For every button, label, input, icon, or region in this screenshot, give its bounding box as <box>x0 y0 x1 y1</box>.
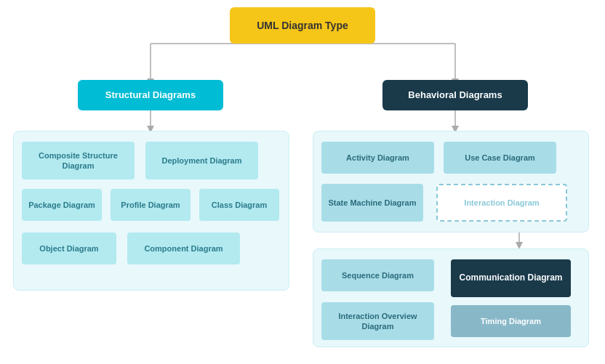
class-node: Class Diagram <box>199 189 279 221</box>
behavioral-node: Behavioral Diagrams <box>382 80 528 110</box>
profile-node: Profile Diagram <box>111 189 191 221</box>
timing-node: Timing Diagram <box>451 305 571 337</box>
root-node: UML Diagram Type <box>230 7 375 44</box>
composite-node: Composite Structure Diagram <box>22 142 135 179</box>
interaction-node: Interaction Diagram <box>436 184 567 222</box>
structural-node: Structural Diagrams <box>78 80 223 110</box>
usecase-node: Use Case Diagram <box>444 142 556 174</box>
package-node: Package Diagram <box>22 189 102 221</box>
object-node: Object Diagram <box>22 232 116 264</box>
sequence-node: Sequence Diagram <box>321 259 434 291</box>
activity-node: Activity Diagram <box>321 142 434 174</box>
communication-node: Communication Diagram <box>451 259 571 297</box>
statemachine-node: State Machine Diagram <box>321 184 423 222</box>
diagram-container: UML Diagram Type Structural Diagrams Beh… <box>0 0 605 364</box>
interactionoverview-node: Interaction Overview Diagram <box>321 302 434 340</box>
deployment-node: Deployment Diagram <box>145 142 258 179</box>
component-node: Component Diagram <box>127 232 240 264</box>
